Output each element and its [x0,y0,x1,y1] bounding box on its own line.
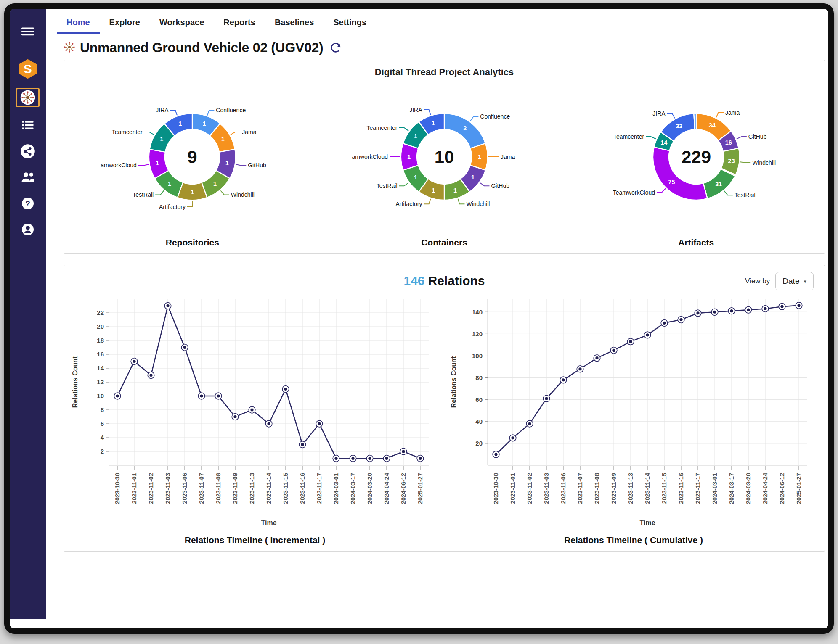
svg-text:2023-11-03: 2023-11-03 [164,473,171,504]
account-icon[interactable] [16,220,40,239]
svg-text:amworkCloud: amworkCloud [101,162,137,169]
svg-text:1: 1 [414,174,417,181]
svg-text:2023-11-09: 2023-11-09 [610,473,617,504]
svg-text:2023-11-06: 2023-11-06 [560,473,567,504]
svg-text:2: 2 [100,448,103,455]
svg-text:Jama: Jama [242,129,257,135]
svg-text:GitHub: GitHub [248,162,267,169]
tab-reports[interactable]: Reports [214,11,265,34]
svg-text:2023-11-15: 2023-11-15 [661,473,668,504]
svg-text:2023-11-01: 2023-11-01 [509,473,516,504]
donut-chart-containers: 2Confluence1Jama1GitHub1Windchill1Artifa… [318,80,570,248]
svg-text:2024-03-17: 2024-03-17 [728,473,735,504]
svg-text:1: 1 [213,180,217,187]
svg-text:2023-11-17: 2023-11-17 [316,473,323,504]
svg-text:1: 1 [221,136,225,143]
analytics-panel: Digital Thread Project Analytics 1Conflu… [64,60,825,254]
svg-text:1: 1 [453,187,457,194]
tab-explore[interactable]: Explore [100,11,150,34]
svg-text:Windchill: Windchill [752,159,776,166]
svg-text:1: 1 [225,160,229,166]
svg-text:2023-10-30: 2023-10-30 [493,473,499,504]
line-chart-cumulative: 204060801001201402023-10-302023-11-01202… [444,289,823,545]
title-row: Unmanned Ground Vehicle 02 (UGV02) [46,34,828,60]
svg-text:1: 1 [414,133,417,140]
svg-text:22: 22 [97,309,104,316]
tab-settings[interactable]: Settings [324,11,376,34]
analytics-heading: Digital Thread Project Analytics [64,60,825,79]
svg-text:2024-06-12: 2024-06-12 [400,473,407,504]
svg-text:2023-11-06: 2023-11-06 [181,473,188,504]
svg-text:1: 1 [160,136,164,143]
svg-text:1: 1 [203,120,206,127]
svg-text:2023-11-02: 2023-11-02 [526,473,533,504]
help-icon[interactable]: ? [16,194,40,213]
list-icon[interactable] [16,116,40,135]
svg-text:Confluence: Confluence [480,113,510,120]
svg-text:GitHub: GitHub [491,182,509,189]
svg-text:9: 9 [188,147,197,167]
svg-text:8: 8 [100,406,103,413]
view-by-value: Date [782,277,799,286]
svg-text:2023-11-02: 2023-11-02 [148,473,154,504]
svg-text:S: S [24,62,32,76]
tab-home[interactable]: Home [57,11,100,34]
donut-caption: Repositories [166,238,219,248]
refresh-icon[interactable] [329,42,342,54]
svg-text:TestRail: TestRail [734,192,755,198]
svg-text:14: 14 [97,364,104,372]
chevron-down-icon: ▾ [804,278,806,285]
svg-text:Time: Time [261,519,276,526]
sidebar: S ? [10,9,46,619]
svg-text:Jama: Jama [501,153,515,160]
relations-count: 146 [403,274,424,288]
tab-baselines[interactable]: Baselines [265,11,324,34]
svg-text:2023-11-08: 2023-11-08 [594,473,600,504]
svg-text:120: 120 [472,330,482,338]
svg-text:Time: Time [639,519,655,526]
svg-text:JIRA: JIRA [156,107,169,113]
share-network-icon[interactable] [16,142,40,161]
svg-text:Jama: Jama [725,109,740,116]
app-logo-s-icon[interactable]: S [16,59,40,79]
page-title: Unmanned Ground Vehicle 02 (UGV02) [80,40,323,55]
svg-text:2: 2 [463,125,467,132]
svg-text:80: 80 [475,374,483,381]
users-icon[interactable] [16,168,40,187]
svg-text:2023-11-17: 2023-11-17 [695,473,701,504]
svg-text:amworkCloud: amworkCloud [352,153,388,160]
svg-text:20: 20 [97,323,104,330]
svg-text:2023-11-01: 2023-11-01 [131,473,138,504]
svg-text:100: 100 [472,352,482,359]
svg-text:75: 75 [668,179,675,185]
project-wheel-icon[interactable] [16,88,40,107]
svg-text:1: 1 [478,153,481,160]
svg-text:2024-04-24: 2024-04-24 [762,473,769,504]
svg-text:2023-11-13: 2023-11-13 [249,473,255,504]
svg-text:2024-03-20: 2024-03-20 [366,473,373,504]
svg-text:2024-04-24: 2024-04-24 [383,473,390,504]
main-content: HomeExploreWorkspaceReportsBaselinesSett… [46,9,828,628]
svg-text:TestRail: TestRail [377,182,398,189]
svg-text:14: 14 [660,139,667,146]
view-by-label: View by [745,277,770,285]
svg-text:33: 33 [676,123,682,129]
svg-text:23: 23 [728,158,735,164]
line-charts-row: 2468101214161820222023-10-302023-11-0120… [64,289,825,549]
svg-text:2024-03-17: 2024-03-17 [350,473,356,504]
svg-text:40: 40 [475,418,483,425]
view-by-dropdown[interactable]: Date ▾ [775,272,814,290]
project-node-icon [64,41,75,55]
svg-text:?: ? [25,199,30,208]
svg-text:Teamcenter: Teamcenter [613,133,644,140]
svg-text:2023-11-16: 2023-11-16 [299,473,306,504]
svg-text:1: 1 [471,174,475,181]
svg-text:TeamworkCloud: TeamworkCloud [613,189,655,196]
svg-text:GitHub: GitHub [748,133,766,140]
menu-icon[interactable] [16,21,40,41]
svg-text:2023-11-07: 2023-11-07 [198,473,205,504]
tab-workspace[interactable]: Workspace [150,11,214,34]
svg-text:2023-11-09: 2023-11-09 [232,473,239,504]
svg-text:6: 6 [100,420,103,427]
svg-text:Teamcenter: Teamcenter [112,129,143,135]
